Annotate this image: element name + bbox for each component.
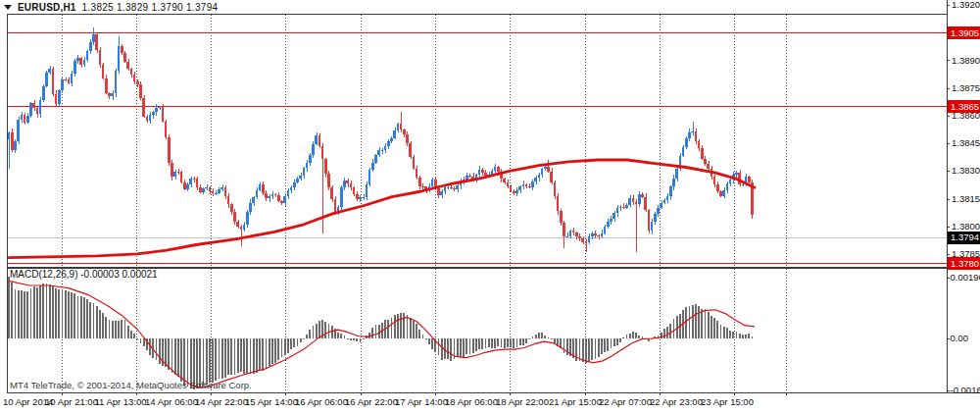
macd-bar — [708, 312, 710, 338]
candle-body — [695, 131, 698, 140]
macd-bar — [8, 277, 10, 338]
candle-body — [522, 184, 525, 187]
macd-bar — [510, 338, 512, 347]
candle-body — [722, 190, 725, 196]
price-tick-label: 1.3830 — [952, 165, 980, 176]
macd-bar — [595, 338, 597, 359]
macd-bar — [250, 338, 252, 374]
price-axis[interactable]: 1.39201.38901.38751.38601.38451.38301.38… — [947, 0, 980, 395]
candle-body — [29, 103, 32, 116]
macd-bar — [340, 334, 342, 338]
candle-body — [368, 170, 371, 183]
candle-body — [657, 208, 660, 215]
candle-body — [52, 69, 55, 94]
candle-body — [330, 187, 333, 199]
candle-body — [447, 187, 450, 188]
macd-bar — [525, 338, 527, 343]
macd-bar — [356, 338, 358, 341]
candle-body — [616, 208, 619, 213]
macd-bar — [472, 338, 474, 353]
candle-body — [293, 182, 296, 188]
macd-bar — [739, 334, 741, 338]
candle-body — [534, 178, 537, 181]
level-price-label: 1.3905 — [951, 27, 979, 38]
candle-body — [268, 196, 270, 198]
candle-body — [215, 193, 218, 194]
price-tick-label: 1.3800 — [952, 221, 980, 232]
macd-bar — [133, 334, 135, 338]
macd-bar — [284, 338, 286, 355]
level-price-label: 1.3794 — [951, 232, 979, 242]
candle-body — [403, 129, 406, 134]
candle-body — [105, 78, 108, 94]
candle-body — [450, 187, 453, 188]
candle-body — [544, 167, 547, 169]
candle-body — [622, 207, 625, 208]
candle-body — [619, 207, 622, 208]
candle-body — [413, 157, 416, 168]
macd-bar — [221, 338, 223, 379]
day-separator-gridlines — [63, 15, 787, 391]
candle-body — [377, 150, 380, 155]
candle-body — [494, 167, 497, 170]
macd-bar — [121, 320, 122, 338]
candle-body — [277, 195, 280, 201]
candle-body — [265, 193, 268, 199]
time-axis[interactable]: 10 Apr 201410 Apr 21:0011 Apr 13:0014 Ap… — [3, 392, 787, 407]
macd-bar — [11, 283, 13, 338]
macd-bar — [39, 285, 41, 338]
macd-bar — [532, 336, 534, 338]
macd-bar — [309, 330, 311, 338]
candle-body — [371, 163, 374, 171]
candle-body — [230, 204, 233, 212]
macd-bar — [156, 338, 158, 360]
macd-bar — [33, 286, 35, 338]
macd-bar — [96, 306, 98, 338]
macd-bar — [180, 338, 182, 382]
candle-body — [252, 197, 255, 203]
candle-body — [660, 203, 662, 208]
macd-bar — [491, 338, 493, 348]
macd-tick-label: 0.00 — [951, 333, 969, 343]
macd-bar — [303, 338, 305, 339]
time-tick-label: 18 Apr 22:00 — [496, 396, 549, 407]
candle-body — [632, 198, 635, 202]
macd-histogram — [8, 277, 753, 389]
macd-bar — [206, 338, 208, 385]
candle-body — [444, 187, 447, 191]
macd-bar — [266, 338, 268, 369]
macd-bar — [55, 288, 57, 338]
candle-body — [155, 108, 158, 113]
macd-bar — [598, 338, 600, 357]
macd-bar — [172, 338, 173, 373]
macd-bar — [422, 335, 424, 338]
candle-body — [601, 233, 604, 236]
candle-body — [111, 93, 114, 96]
macd-indicator-label: MACD(12,26,9) -0.00003 0.00021 — [10, 269, 158, 280]
candle-body — [287, 190, 290, 195]
macd-bar — [695, 304, 697, 338]
candle-body — [209, 187, 212, 191]
chart-canvas[interactable]: 1.39201.38901.38751.38601.38451.38301.38… — [0, 0, 980, 413]
candle-body — [701, 148, 704, 158]
candle-body — [14, 141, 17, 150]
candle-body — [594, 233, 597, 234]
macd-bar — [93, 303, 95, 338]
macd-bar — [397, 314, 399, 338]
candle-body — [64, 79, 67, 80]
candle-body — [409, 143, 412, 157]
macd-bar — [360, 338, 362, 342]
macd-bar — [350, 338, 352, 340]
candle-body — [89, 42, 92, 52]
macd-bar — [89, 302, 91, 338]
candle-body — [318, 135, 321, 146]
candle-body — [58, 90, 61, 104]
time-tick-label: 15 Apr 14:00 — [245, 396, 298, 407]
candle-body — [180, 172, 183, 182]
candle-body — [503, 179, 506, 181]
candle-body — [11, 132, 14, 150]
candle-body — [688, 132, 691, 139]
macd-bar — [86, 299, 88, 338]
candle-body — [165, 122, 168, 137]
macd-indicator-name: MACD(12,26,9) — [10, 269, 77, 280]
